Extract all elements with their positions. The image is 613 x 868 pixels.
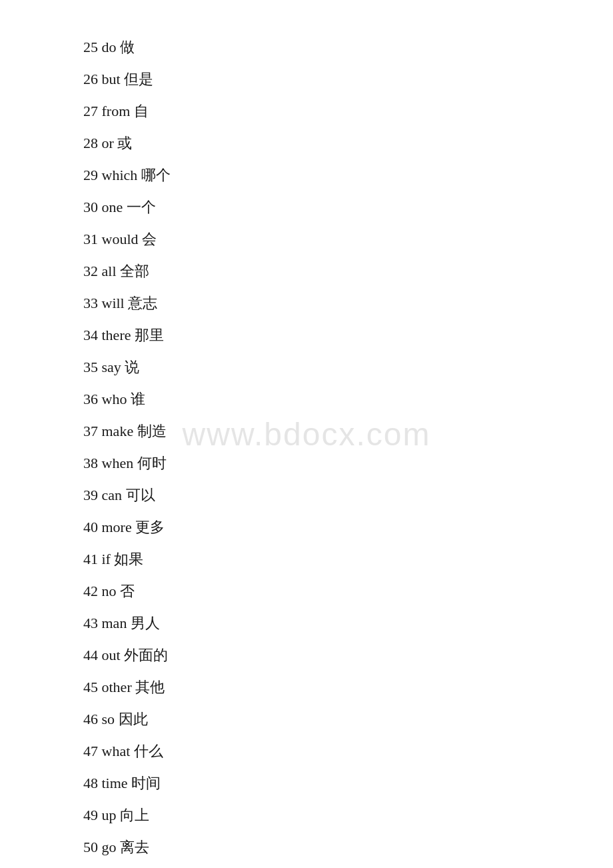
- word-number: 37 make: [83, 423, 137, 439]
- word-chinese: 制造: [137, 423, 167, 439]
- word-number: 36 who: [83, 391, 131, 407]
- list-item: 47 what 什么: [83, 744, 613, 759]
- word-chinese: 离去: [120, 839, 149, 855]
- word-list: 25 do 做26 but 但是27 from 自28 or 或29 which…: [0, 0, 613, 868]
- list-item: 29 which 哪个: [83, 168, 613, 183]
- list-item: 34 there 那里: [83, 328, 613, 343]
- word-chinese: 更多: [135, 519, 165, 535]
- word-number: 48 time: [83, 775, 131, 791]
- word-chinese: 或: [117, 135, 132, 151]
- list-item: 50 go 离去: [83, 840, 613, 855]
- word-chinese: 男人: [131, 615, 160, 631]
- list-item: 27 from 自: [83, 104, 613, 119]
- word-chinese: 时间: [131, 775, 161, 791]
- word-number: 45 other: [83, 679, 135, 695]
- word-chinese: 意志: [128, 295, 157, 311]
- word-chinese: 那里: [135, 327, 164, 343]
- list-item: 28 or 或: [83, 136, 613, 151]
- list-item: 37 make 制造: [83, 424, 613, 439]
- word-chinese: 哪个: [141, 167, 171, 183]
- word-number: 29 which: [83, 167, 141, 183]
- word-chinese: 一个: [127, 199, 156, 215]
- word-number: 32 all: [83, 263, 120, 279]
- word-chinese: 什么: [134, 743, 163, 759]
- word-number: 35 say: [83, 359, 125, 375]
- word-number: 30 one: [83, 199, 127, 215]
- word-chinese: 因此: [119, 711, 148, 727]
- list-item: 44 out 外面的: [83, 648, 613, 663]
- word-chinese: 但是: [124, 71, 153, 87]
- word-number: 50 go: [83, 839, 120, 855]
- word-number: 26 but: [83, 71, 124, 87]
- list-item: 49 up 向上: [83, 808, 613, 823]
- word-number: 28 or: [83, 135, 117, 151]
- word-chinese: 何时: [137, 455, 167, 471]
- word-number: 46 so: [83, 711, 119, 727]
- list-item: 46 so 因此: [83, 712, 613, 727]
- list-item: 32 all 全部: [83, 264, 613, 279]
- list-item: 41 if 如果: [83, 552, 613, 567]
- word-number: 49 up: [83, 807, 120, 823]
- list-item: 26 but 但是: [83, 72, 613, 87]
- word-number: 41 if: [83, 551, 114, 567]
- word-number: 33 will: [83, 295, 128, 311]
- list-item: 33 will 意志: [83, 296, 613, 311]
- word-number: 42 no: [83, 583, 120, 599]
- list-item: 35 say 说: [83, 360, 613, 375]
- list-item: 38 when 何时: [83, 456, 613, 471]
- list-item: 31 would 会: [83, 232, 613, 247]
- word-number: 43 man: [83, 615, 131, 631]
- word-chinese: 否: [120, 583, 135, 599]
- list-item: 36 who 谁: [83, 392, 613, 407]
- word-number: 38 when: [83, 455, 137, 471]
- word-chinese: 可以: [126, 487, 155, 503]
- word-chinese: 其他: [135, 679, 165, 695]
- word-number: 47 what: [83, 743, 134, 759]
- word-chinese: 说: [125, 359, 139, 375]
- word-chinese: 向上: [120, 807, 149, 823]
- list-item: 25 do 做: [83, 40, 613, 55]
- word-number: 44 out: [83, 647, 124, 663]
- word-chinese: 如果: [114, 551, 143, 567]
- word-number: 27 from: [83, 103, 134, 119]
- word-number: 39 can: [83, 487, 126, 503]
- word-chinese: 外面的: [124, 647, 168, 663]
- list-item: 40 more 更多: [83, 520, 613, 535]
- word-chinese: 谁: [131, 391, 145, 407]
- list-item: 45 other 其他: [83, 680, 613, 695]
- word-number: 40 more: [83, 519, 135, 535]
- word-chinese: 会: [142, 231, 157, 247]
- word-number: 25 do: [83, 39, 120, 55]
- list-item: 30 one 一个: [83, 200, 613, 215]
- list-item: 48 time 时间: [83, 776, 613, 791]
- list-item: 39 can 可以: [83, 488, 613, 503]
- word-chinese: 全部: [120, 263, 149, 279]
- word-chinese: 自: [134, 103, 149, 119]
- list-item: 43 man 男人: [83, 616, 613, 631]
- list-item: 42 no 否: [83, 584, 613, 599]
- word-number: 31 would: [83, 231, 142, 247]
- word-number: 34 there: [83, 327, 135, 343]
- word-chinese: 做: [120, 39, 135, 55]
